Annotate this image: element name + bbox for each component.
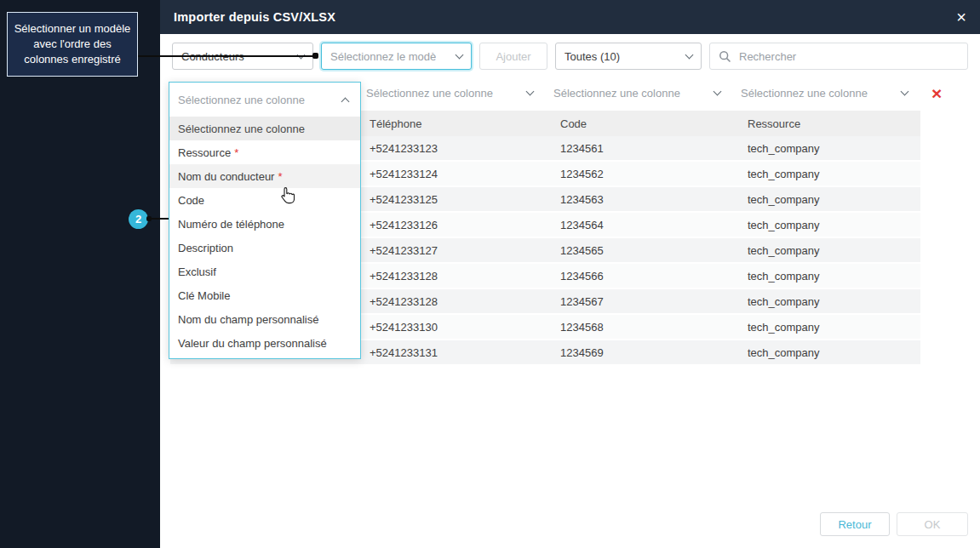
chevron-down-icon — [685, 50, 694, 59]
header-code: Code — [555, 117, 742, 130]
dropdown-item-label: Nom du champ personnalisé — [178, 313, 318, 326]
dialog-header: Importer depuis CSV/XLSX × — [160, 0, 980, 34]
hand-cursor-icon — [280, 186, 295, 208]
cell-resource: tech_company — [742, 142, 920, 155]
cell-resource: tech_company — [742, 219, 920, 231]
callout-connector-line — [138, 55, 314, 57]
chevron-down-icon — [901, 87, 909, 95]
chevron-up-icon — [341, 97, 350, 106]
cell-code: 1234565 — [555, 244, 742, 257]
dropdown-item-label: Clé Mobile — [178, 289, 230, 302]
template-select-placeholder: Sélectionnez le modè — [330, 50, 436, 63]
remove-column-icon[interactable]: × — [931, 84, 942, 102]
dropdown-item[interactable]: Numéro de téléphone * — [169, 212, 360, 236]
cell-resource: tech_company — [742, 346, 920, 359]
cell-phone: +5241233126 — [364, 219, 555, 231]
search-box — [709, 43, 968, 70]
cell-phone: +5241233124 — [364, 168, 555, 180]
cell-resource: tech_company — [742, 244, 920, 257]
search-icon — [719, 50, 731, 63]
dropdown-item-label: Ressource — [178, 146, 231, 159]
dropdown-item[interactable]: Clé Mobile * — [169, 283, 360, 307]
chevron-down-icon — [456, 50, 464, 59]
column-select[interactable]: Sélectionnez une colonne — [732, 83, 920, 102]
cell-resource: tech_company — [742, 270, 920, 283]
dropdown-item[interactable]: Ressource * — [169, 140, 360, 164]
required-asterisk: * — [234, 146, 238, 159]
cell-resource: tech_company — [742, 321, 920, 334]
import-dialog: Importer depuis CSV/XLSX × Conducteurs S… — [160, 0, 980, 548]
cell-phone: +5241233128 — [364, 295, 555, 308]
column-dropdown-list: Sélectionnez une colonne * Ressource * N… — [169, 117, 360, 358]
callout-connector-dot — [312, 53, 318, 59]
cell-code: 1234566 — [555, 270, 742, 283]
cell-resource: tech_company — [742, 193, 920, 206]
dialog-title: Importer depuis CSV/XLSX — [174, 10, 335, 24]
template-select[interactable]: Sélectionnez le modè — [321, 43, 472, 70]
cell-phone: +5241233123 — [364, 142, 555, 155]
cell-code: 1234569 — [555, 346, 742, 359]
dropdown-item[interactable]: Code * — [169, 188, 360, 212]
back-button[interactable]: Retour — [820, 512, 890, 536]
chevron-down-icon — [714, 87, 722, 95]
cell-phone: +5241233130 — [364, 321, 555, 334]
dropdown-item-label: Code — [178, 194, 204, 207]
chevron-down-icon — [297, 50, 306, 59]
column-dropdown-panel: Sélectionnez une colonne Sélectionnez un… — [169, 82, 361, 359]
dropdown-item-label: Valeur du champ personnalisé — [178, 337, 327, 350]
cell-code: 1234564 — [555, 219, 742, 231]
dialog-footer: Retour OK — [820, 512, 968, 536]
dropdown-item[interactable]: Exclusif * — [169, 260, 360, 283]
column-select-label: Sélectionnez une colonne — [553, 87, 680, 100]
cell-code: 1234563 — [555, 193, 742, 206]
callout-tooltip: Sélectionner un modèle avec l'ordre des … — [7, 12, 138, 77]
dropdown-item-label: Description — [178, 242, 233, 254]
dropdown-item-label: Numéro de téléphone — [178, 218, 284, 231]
header-resource: Ressource — [742, 117, 920, 130]
filter-select[interactable]: Toutes (10) — [555, 43, 702, 70]
header-phone: Téléphone — [364, 117, 555, 130]
cell-phone: +5241233131 — [364, 346, 555, 359]
dropdown-item[interactable]: Valeur du champ personnalisé * — [169, 331, 360, 355]
filter-select-value: Toutes (10) — [565, 50, 620, 63]
cell-phone: +5241233125 — [364, 193, 555, 206]
callout-text: Sélectionner un modèle avec l'ordre des … — [14, 22, 131, 66]
chevron-down-icon — [526, 87, 535, 95]
dropdown-item-label: Exclusif — [178, 265, 216, 278]
ok-button[interactable]: OK — [897, 512, 968, 536]
column-select-label: Sélectionnez une colonne — [366, 87, 493, 100]
cell-code: 1234567 — [555, 295, 742, 308]
required-asterisk: * — [278, 170, 282, 183]
open-column-select[interactable]: Sélectionnez une colonne — [169, 83, 360, 117]
dropdown-item[interactable]: Nom du conducteur * — [169, 164, 360, 188]
dropdown-item[interactable]: Sélectionnez une colonne * — [169, 117, 360, 140]
cell-code: 1234561 — [555, 142, 742, 155]
cell-phone: +5241233128 — [364, 270, 555, 283]
add-button[interactable]: Ajouter — [479, 43, 547, 70]
column-select[interactable]: Sélectionnez une colonne — [545, 83, 732, 102]
cell-phone: +5241233127 — [364, 244, 555, 257]
dropdown-item[interactable]: Description * — [169, 236, 360, 260]
cell-resource: tech_company — [742, 295, 920, 308]
cell-resource: tech_company — [742, 168, 920, 180]
dropdown-item[interactable]: Nom du champ personnalisé * — [169, 307, 360, 331]
cell-code: 1234562 — [555, 168, 742, 180]
column-select[interactable]: Sélectionnez une colonne — [358, 83, 545, 102]
step-2-badge: 2 — [129, 209, 148, 229]
toolbar: Conducteurs Sélectionnez le modè Ajouter… — [160, 34, 980, 70]
column-select-label: Sélectionnez une colonne — [741, 87, 868, 100]
screen: Sélectionner un modèle avec l'ordre des … — [0, 0, 980, 548]
open-column-select-label: Sélectionnez une colonne — [178, 94, 305, 106]
badge-connector-dot — [146, 216, 152, 221]
cell-code: 1234568 — [555, 321, 742, 334]
close-icon[interactable]: × — [956, 9, 966, 26]
dropdown-item-label: Sélectionnez une colonne — [178, 123, 305, 135]
search-input[interactable] — [737, 49, 959, 64]
dropdown-item-label: Nom du conducteur — [178, 170, 274, 183]
